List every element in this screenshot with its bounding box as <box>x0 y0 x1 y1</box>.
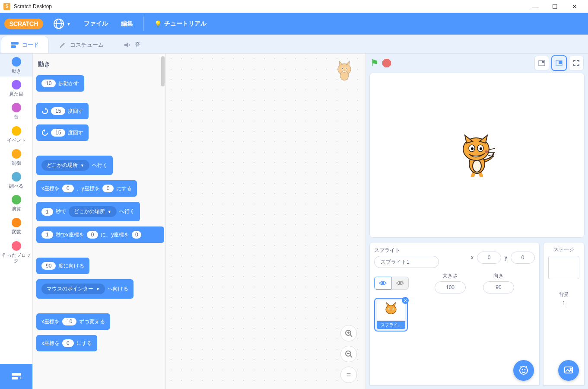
add-sprite-button[interactable] <box>513 360 534 381</box>
stage-label: ステージ <box>553 246 574 253</box>
chevron-down-icon: ▼ <box>108 210 111 214</box>
block-turn-cw[interactable]: 15度回す <box>36 103 89 119</box>
stop-button[interactable] <box>382 59 391 67</box>
tab-code[interactable]: コード <box>1 36 49 53</box>
workspace[interactable]: = <box>166 54 366 389</box>
sprite-watermark <box>333 59 356 82</box>
svg-line-18 <box>350 355 352 357</box>
sprite-size-input[interactable] <box>435 281 466 293</box>
zoom-reset-button[interactable]: = <box>340 367 357 383</box>
category-イベント[interactable]: イベント <box>0 123 32 146</box>
y-label: y <box>505 255 507 261</box>
sprite-label: スプライト <box>374 247 439 254</box>
sprite-on-stage[interactable] <box>455 134 499 177</box>
category-label: 制御 <box>12 160 21 166</box>
sprite-x-input[interactable] <box>477 252 501 264</box>
category-label: 作ったブロック <box>0 252 32 264</box>
add-backdrop-button[interactable] <box>558 360 579 381</box>
category-音[interactable]: 音 <box>0 99 32 122</box>
stage-thumbnail[interactable] <box>548 256 579 279</box>
svg-point-41 <box>389 309 390 309</box>
hide-button[interactable] <box>391 277 409 290</box>
category-制御[interactable]: 制御 <box>0 146 32 169</box>
svg-point-31 <box>485 150 488 153</box>
point-to-dropdown[interactable]: マウスのポインター▼ <box>41 284 105 294</box>
green-flag-button[interactable]: ⚑ <box>370 57 379 69</box>
block-goto-xy[interactable]: x座標を0、y座標を0にする <box>36 180 137 197</box>
tab-sounds[interactable]: 音 <box>114 36 150 53</box>
tab-code-label: コード <box>22 41 39 49</box>
backdrops-label: 背景 <box>559 291 569 298</box>
svg-point-30 <box>480 147 482 150</box>
svg-text:+: + <box>19 376 22 380</box>
lightbulb-icon: 💡 <box>154 20 162 27</box>
category-column: 動き見た目音イベント制御調べる演算変数作ったブロック + <box>0 54 33 389</box>
svg-point-43 <box>520 367 528 374</box>
tab-costumes-label: コスチューム <box>70 41 104 49</box>
block-goto[interactable]: どこかの場所▼へ行く <box>36 156 113 175</box>
palette-scrollbar[interactable] <box>161 56 165 86</box>
stage-info-panel: ステージ 背景 1 <box>543 242 585 386</box>
show-button[interactable] <box>374 277 391 290</box>
svg-point-25 <box>473 160 481 172</box>
block-glide-xy[interactable]: 1秒でx座標を0に、y座標を0 <box>36 226 164 243</box>
sprite-y-input[interactable] <box>511 252 535 264</box>
size-label: 大きさ <box>442 272 458 280</box>
block-palette[interactable]: 動き 10歩動かす 15度回す 15度回す どこかの場所▼へ行く x座標を0、y… <box>33 54 166 389</box>
block-move-steps[interactable]: 10歩動かす <box>36 75 84 92</box>
block-turn-ccw[interactable]: 15度回す <box>36 124 89 141</box>
glide-to-dropdown[interactable]: どこかの場所▼ <box>69 206 117 217</box>
backpack-button[interactable]: + <box>0 364 33 389</box>
edit-menu[interactable]: 編集 <box>118 20 136 28</box>
category-label: 調べる <box>9 183 23 189</box>
file-menu[interactable]: ファイル <box>81 20 111 28</box>
stage-controls: ⚑ <box>366 54 588 73</box>
delete-sprite-button[interactable]: ✕ <box>402 297 409 304</box>
stage-size-small-button[interactable] <box>534 56 549 70</box>
sprite-thumb-label: スプライ... <box>377 321 405 329</box>
svg-point-35 <box>381 282 384 284</box>
category-作ったブロック[interactable]: 作ったブロック <box>0 238 32 266</box>
category-dot <box>12 80 21 89</box>
direction-label: 向き <box>493 272 504 280</box>
sprite-thumbnail[interactable]: ✕ スプライ... <box>374 298 408 332</box>
palette-section-title: 動き <box>38 61 165 68</box>
block-point-to[interactable]: マウスのポインター▼へ向ける <box>36 279 133 299</box>
fullscreen-button[interactable] <box>569 56 584 70</box>
block-change-x[interactable]: x座標を10ずつ変える <box>36 313 110 330</box>
window-titlebar: S Scratch Desktop — ☐ ✕ <box>0 0 588 13</box>
window-maximize-button[interactable]: ☐ <box>545 0 565 13</box>
svg-point-47 <box>570 368 572 370</box>
language-menu[interactable]: ▼ <box>51 19 73 29</box>
category-変数[interactable]: 変数 <box>0 214 32 237</box>
stage[interactable] <box>369 73 585 238</box>
globe-icon <box>54 19 64 29</box>
block-point-dir[interactable]: 90度に向ける <box>36 258 89 274</box>
svg-point-12 <box>346 68 346 69</box>
scratch-logo[interactable]: SCRATCH <box>4 17 43 31</box>
category-label: 変数 <box>12 229 21 235</box>
category-演算[interactable]: 演算 <box>0 191 32 214</box>
turn-cw-icon <box>41 108 48 115</box>
window-minimize-button[interactable]: — <box>525 0 545 13</box>
turn-ccw-icon <box>41 129 48 136</box>
zoom-in-button[interactable] <box>340 325 357 341</box>
category-動き[interactable]: 動き <box>0 54 32 77</box>
category-見た目[interactable]: 見た目 <box>0 77 32 99</box>
window-close-button[interactable]: ✕ <box>565 0 585 13</box>
block-glide-to[interactable]: 1秒でどこかの場所▼へ行く <box>36 202 140 221</box>
visibility-toggle[interactable] <box>374 277 409 290</box>
category-調べる[interactable]: 調べる <box>0 169 32 191</box>
sprite-name-input[interactable] <box>374 256 439 268</box>
svg-rect-5 <box>12 377 18 379</box>
stage-size-large-button[interactable] <box>552 56 566 70</box>
block-set-x[interactable]: x座標を0にする <box>36 335 97 351</box>
tutorials-menu[interactable]: 💡 チュートリアル <box>152 20 209 28</box>
svg-point-11 <box>342 68 343 69</box>
tab-costumes[interactable]: コスチューム <box>49 36 114 53</box>
goto-dropdown[interactable]: どこかの場所▼ <box>41 160 89 171</box>
zoom-out-button[interactable] <box>340 346 357 362</box>
category-dot <box>12 126 21 136</box>
category-dot <box>12 241 21 251</box>
sprite-direction-input[interactable] <box>483 281 514 293</box>
